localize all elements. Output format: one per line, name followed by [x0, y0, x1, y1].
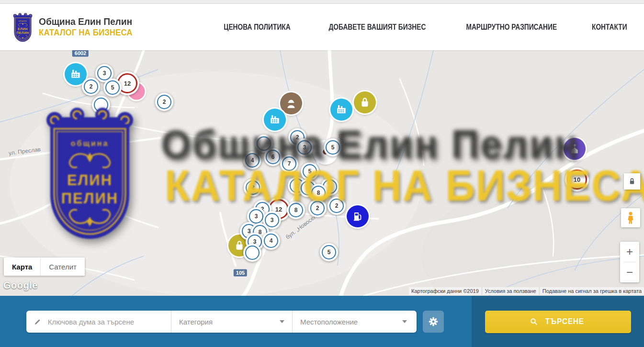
municipality-crest-logo: община ЕЛИН ПЕЛИН: [12, 12, 34, 43]
cluster-count: 2: [246, 180, 260, 195]
cluster-marker[interactable]: 2: [155, 93, 173, 111]
cluster-count: 3: [249, 209, 263, 224]
site-logo[interactable]: община ЕЛИН ПЕЛИН Община Елин Пелин КАТА…: [12, 12, 139, 43]
cluster-marker[interactable]: 2: [244, 179, 262, 197]
svg-text:ЕЛИН: ЕЛИН: [18, 27, 28, 30]
chevron-down-icon: [280, 320, 284, 323]
pegman-icon: [624, 211, 637, 224]
lock-button[interactable]: [624, 173, 640, 190]
nav-item-контакти[interactable]: КОНТАКТИ: [592, 23, 627, 32]
cluster-marker[interactable]: 3: [295, 138, 314, 157]
cluster-marker[interactable]: 5: [103, 78, 122, 97]
search-button[interactable]: ТЪРСЕНЕ: [485, 311, 631, 333]
cluster-count: 2: [329, 199, 344, 213]
google-map[interactable]: 6002105ул. Преславбул. „Новоселция: [0, 50, 644, 296]
nav-item-добавете-вашият-бизнес[interactable]: ДОБАВЕТЕ ВАШИЯТ БИЗНЕС: [329, 23, 426, 32]
pin-circle: [330, 99, 352, 121]
nav-item-ценова-политика[interactable]: ЦЕНОВА ПОЛИТИКА: [224, 23, 290, 32]
header: община ЕЛИН ПЕЛИН Община Елин Пелин КАТА…: [0, 4, 644, 50]
search-button-label: ТЪРСЕНЕ: [545, 317, 584, 326]
attribution-link[interactable]: Подаване на сигнал за грешка в картата: [540, 287, 644, 295]
site-title: Община Елин Пелин: [39, 16, 136, 27]
category-pin-fuel[interactable]: [347, 205, 369, 227]
search-button-section: ТЪРСЕНЕ: [472, 296, 644, 347]
fuel-pump-icon: [351, 210, 364, 223]
map-type-map-button[interactable]: Карта: [4, 257, 40, 276]
category-pin-factory[interactable]: [330, 99, 352, 121]
cluster-marker[interactable]: 5: [324, 138, 342, 157]
lock-icon: [627, 177, 637, 186]
zoom-control: + −: [620, 242, 639, 282]
search-bar: Категория Местоположение: [0, 296, 644, 347]
cluster-marker[interactable]: 10: [565, 168, 589, 191]
worker-icon: [285, 97, 297, 110]
street-view-pegman-button[interactable]: [621, 208, 640, 227]
cluster-count: 2: [310, 201, 325, 215]
cluster-marker[interactable]: 5: [320, 243, 338, 261]
cluster-marker[interactable]: 6: [264, 148, 282, 166]
site-subtitle: КАТАЛОГ НА БИЗНЕСА: [39, 28, 133, 38]
zoom-in-button[interactable]: +: [620, 242, 639, 262]
advanced-settings-button[interactable]: [423, 311, 444, 333]
svg-text:община: община: [19, 20, 27, 22]
cluster-count: 3: [265, 213, 279, 227]
cluster-count: 10: [567, 169, 587, 190]
category-pin-church[interactable]: [564, 138, 586, 160]
cluster-count: 5: [105, 80, 120, 95]
cluster-count: 6: [266, 150, 280, 164]
pin-circle: [347, 205, 369, 227]
cluster-marker[interactable]: 4: [262, 232, 280, 250]
cluster-marker[interactable]: [92, 96, 110, 114]
cluster-marker[interactable]: 5: [301, 162, 319, 180]
location-select[interactable]: Местоположение: [292, 311, 415, 333]
cluster-count: 5: [322, 245, 336, 259]
cluster-count: 5: [326, 140, 340, 155]
chevron-down-icon: [402, 320, 407, 323]
map-attribution: Картографски данни ©2019Условия за ползв…: [409, 287, 644, 295]
cluster-count: 2: [157, 95, 171, 109]
category-pin-factory[interactable]: [264, 109, 286, 131]
pin-circle: [564, 138, 586, 160]
location-select-value: Местоположение: [300, 318, 358, 326]
cluster-count: 8: [289, 203, 303, 217]
shopping-bag-icon: [359, 96, 371, 109]
category-select-value: Категория: [179, 318, 213, 326]
cluster-marker[interactable]: 8: [287, 201, 305, 219]
road-number-badge: 6002: [72, 50, 89, 57]
search-fields-section: Категория Местоположение: [0, 296, 472, 347]
cluster-marker[interactable]: 7: [280, 155, 298, 173]
logo-text: Община Елин Пелин КАТАЛОГ НА БИЗНЕСА: [39, 16, 139, 38]
pin-circle: [354, 91, 376, 113]
cluster-count: 4: [264, 234, 278, 248]
cluster-count: 3: [297, 140, 312, 155]
keyword-search-input[interactable]: [47, 317, 164, 326]
cluster-count: 3: [97, 66, 112, 80]
keyword-field[interactable]: [26, 311, 171, 333]
cluster-count: 5: [303, 164, 317, 179]
cluster-marker[interactable]: 2: [308, 199, 327, 217]
cluster-marker[interactable]: 2: [328, 197, 346, 215]
nav-item-маршрутно-разписание[interactable]: МАРШРУТНО РАЗПИСАНИЕ: [466, 23, 557, 32]
category-pin-bag[interactable]: [354, 91, 376, 113]
attribution-copyright: Картографски данни ©2019: [409, 287, 481, 295]
map-type-satellite-button[interactable]: Сателит: [40, 257, 85, 276]
top-strip: [0, 0, 644, 4]
gear-icon: [428, 316, 439, 327]
cluster-marker[interactable]: 2: [82, 78, 100, 96]
cluster-count: [245, 246, 260, 260]
pencil-icon: [34, 317, 42, 326]
zoom-out-button[interactable]: −: [620, 262, 639, 282]
factory-icon: [69, 68, 82, 80]
category-select[interactable]: Категория: [171, 311, 292, 333]
cluster-count: 2: [84, 79, 98, 94]
road-number-badge: 105: [234, 269, 247, 277]
pin-circle: [264, 109, 286, 131]
map-type-control: Карта Сателит: [4, 257, 85, 276]
cluster-marker[interactable]: 4: [243, 151, 261, 169]
cluster-marker[interactable]: [243, 244, 261, 262]
cluster-count: 7: [282, 157, 296, 171]
attribution-link[interactable]: Условия за ползване: [483, 287, 539, 295]
factory-icon: [335, 103, 348, 116]
cluster-count: 4: [245, 153, 260, 168]
google-logo[interactable]: Google: [3, 280, 38, 291]
